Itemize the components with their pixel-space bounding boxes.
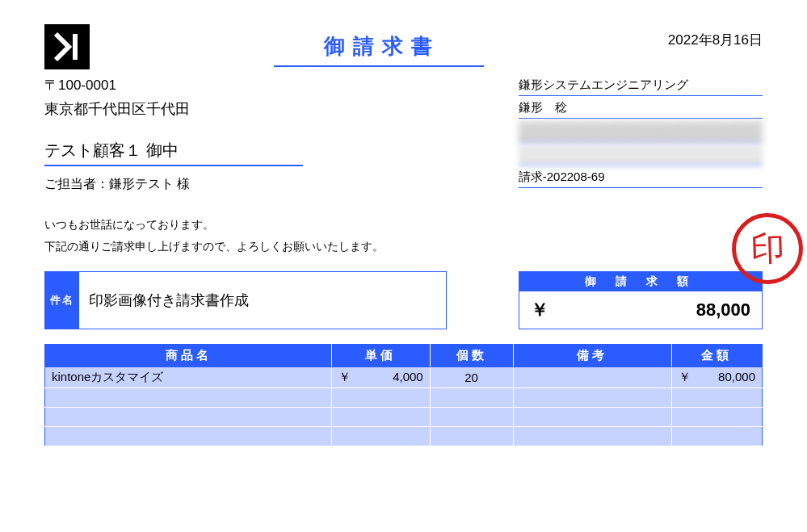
col-header-note: 備考 [513,345,671,367]
subject-box: 件名 印影画像付き請求書作成 [44,271,447,329]
subject-label: 件名 [45,272,79,329]
items-table: 商品名 単価 個数 備考 金額 kintoneカスタマイズ￥4,00020￥80… [44,344,763,446]
col-header-price: 単価 [332,345,431,367]
cell-name [45,388,332,408]
cell-price [332,427,431,446]
col-header-name: 商品名 [45,345,332,367]
cell-qty [430,427,513,446]
total-box: 御 請 求 額 ￥ 88,000 [519,271,763,329]
cell-price [332,408,431,427]
redacted-field [519,121,763,144]
cell-qty [430,408,513,427]
cell-qty: 20 [430,367,513,388]
table-row [45,388,763,408]
redacted-field [519,146,763,165]
total-currency: ￥ [531,298,549,322]
cell-name [45,408,332,427]
cell-name: kintoneカスタマイズ [45,367,332,388]
cell-amount [671,427,762,446]
col-header-qty: 個数 [430,345,513,367]
cell-amount [671,388,762,408]
greeting-line: いつもお世話になっております。 [44,214,418,236]
sender-company: 鎌形システムエンジニアリング [519,76,763,96]
invoice-number: 請求-202208-69 [519,168,763,188]
greeting-line: 下記の通りご請求申し上げますので、よろしくお願いいたします。 [44,236,418,258]
col-header-amount: 金額 [671,345,762,367]
cell-note [513,388,671,408]
total-label: 御 請 求 額 [519,272,762,291]
table-row: kintoneカスタマイズ￥4,00020￥80,000 [45,367,763,388]
client-name: テスト顧客１ 御中 [44,140,303,166]
cell-amount [671,408,762,427]
company-logo [44,24,90,69]
cell-note [513,427,671,446]
total-amount: 88,000 [696,300,750,320]
cell-note [513,367,671,388]
table-row [45,408,763,427]
cell-amount: ￥80,000 [671,367,762,388]
cell-price: ￥4,000 [332,367,431,388]
issue-date: 2022年8月16日 [668,31,763,49]
document-title: 御請求書 [301,32,456,64]
sender-name: 鎌形 稔 [519,98,763,119]
cell-qty [430,388,513,408]
client-contact: ご担当者：鎌形テスト 様 [44,176,418,193]
client-address: 東京都千代田区千代田 [44,99,418,119]
client-postal: 〒100-0001 [44,76,418,94]
cell-name [45,427,332,446]
subject-value: 印影画像付き請求書作成 [79,272,447,329]
table-row [45,427,763,446]
cell-note [513,408,671,427]
cell-price [332,388,431,408]
